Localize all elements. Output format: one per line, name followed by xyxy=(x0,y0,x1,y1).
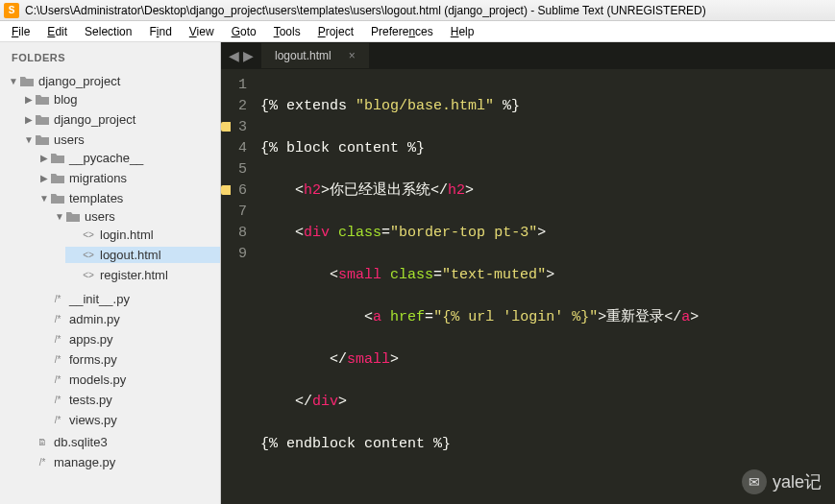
menu-goto[interactable]: Goto xyxy=(224,23,264,40)
line-number: 7 xyxy=(238,202,247,223)
menu-selection[interactable]: Selection xyxy=(77,23,139,40)
tree-file-apps[interactable]: /*apps.py xyxy=(35,331,220,348)
tree-label: register.html xyxy=(100,268,168,282)
tree-label: login.html xyxy=(100,228,154,242)
tree-file-logout[interactable]: <>logout.html xyxy=(65,247,220,263)
line-number: 2 xyxy=(238,96,247,117)
tree-file-manage[interactable]: /*manage.py xyxy=(19,454,220,470)
html-file-icon: <> xyxy=(81,270,96,280)
chevron-right-icon: ▶ xyxy=(23,114,35,125)
py-file-icon: /* xyxy=(50,354,65,365)
chevron-right-icon: ▶ xyxy=(23,94,35,105)
tree-file-login[interactable]: <>login.html xyxy=(65,227,220,243)
chevron-down-icon: ▼ xyxy=(8,76,19,86)
tree-file-tests[interactable]: /*tests.py xyxy=(35,392,220,408)
tree-label: models.py xyxy=(69,372,126,387)
html-file-icon: <> xyxy=(81,229,96,240)
line-number: 8 xyxy=(238,223,247,244)
tree-file-views[interactable]: /*views.py xyxy=(35,412,220,428)
nav-forward-icon[interactable]: ▶ xyxy=(243,48,254,63)
tree-folder-users-inner[interactable]: ▼users xyxy=(50,208,220,225)
chevron-down-icon: ▼ xyxy=(54,211,65,222)
py-file-icon: /* xyxy=(50,415,65,425)
tree-folder-django-project[interactable]: ▶django_project xyxy=(19,111,220,128)
tree-label: migrations xyxy=(69,171,127,185)
folder-icon xyxy=(35,134,50,145)
menu-file[interactable]: File xyxy=(4,23,37,40)
chevron-right-icon: ▶ xyxy=(38,153,50,163)
py-file-icon: /* xyxy=(50,374,65,385)
folder-icon xyxy=(19,76,35,86)
line-number: 4 xyxy=(238,138,247,159)
tree-file-register[interactable]: <>register.html xyxy=(65,267,220,283)
tree-file-forms[interactable]: /*forms.py xyxy=(35,351,220,368)
watermark-text: yale记 xyxy=(773,470,822,493)
line-number: 9 xyxy=(238,244,247,265)
menu-preferences[interactable]: Preferences xyxy=(363,23,441,40)
py-file-icon: /* xyxy=(50,314,65,324)
tree-folder-users[interactable]: ▼users xyxy=(19,132,220,148)
gutter: 1 2 3 4 5 6 7 8 9 xyxy=(221,69,260,504)
py-file-icon: /* xyxy=(50,294,65,304)
tree-folder-migrations[interactable]: ▶migrations xyxy=(35,170,220,186)
py-file-icon: /* xyxy=(50,334,65,345)
chevron-down-icon: ▼ xyxy=(38,193,50,204)
tree-label: forms.py xyxy=(69,352,117,367)
titlebar: S C:\Users\Administrator\Desktop\django_… xyxy=(0,0,835,21)
nav-back-icon[interactable]: ◀ xyxy=(229,48,239,63)
menu-help[interactable]: Help xyxy=(443,23,482,40)
tree-label: db.sqlite3 xyxy=(54,435,108,449)
tree-label: logout.html xyxy=(100,248,161,262)
tree-label: apps.py xyxy=(69,332,113,347)
folder-icon xyxy=(35,94,50,105)
folder-icon xyxy=(50,153,65,163)
tree-label: admin.py xyxy=(69,312,120,326)
sidebar: FOLDERS ▼django_project ▶blog ▶django_pr… xyxy=(0,42,221,504)
tree-label: django_project xyxy=(54,112,135,127)
tree-file-admin[interactable]: /*admin.py xyxy=(35,311,220,327)
tree-label: views.py xyxy=(69,413,117,427)
folder-icon xyxy=(50,193,65,204)
chevron-right-icon: ▶ xyxy=(38,173,50,183)
folder-tree: ▼django_project ▶blog ▶django_project ▼u… xyxy=(4,71,220,474)
wechat-icon: ✉ xyxy=(742,469,767,494)
html-file-icon: <> xyxy=(81,250,96,260)
tree-label: users xyxy=(85,209,115,224)
tab-logout[interactable]: logout.html × xyxy=(261,43,370,68)
tree-folder-blog[interactable]: ▶blog xyxy=(19,91,220,108)
tree-folder-templates[interactable]: ▼templates xyxy=(35,190,220,206)
menu-tools[interactable]: Tools xyxy=(266,23,308,40)
tree-label: django_project xyxy=(38,74,120,88)
tree-file-models[interactable]: /*models.py xyxy=(35,372,220,388)
folder-icon xyxy=(35,114,50,125)
tree-file-init[interactable]: /*__init__.py xyxy=(35,291,220,307)
folder-icon xyxy=(50,173,65,183)
line-number: 1 xyxy=(238,75,247,96)
tree-folder-root[interactable]: ▼django_project xyxy=(4,73,220,89)
menubar: File Edit Selection Find View Goto Tools… xyxy=(0,21,835,42)
menu-edit[interactable]: Edit xyxy=(39,23,75,40)
menu-project[interactable]: Project xyxy=(310,23,361,40)
code-text[interactable]: {% extends "blog/base.html" %} {% block … xyxy=(260,69,699,504)
code-editor[interactable]: 1 2 3 4 5 6 7 8 9 {% extends "blog/base.… xyxy=(221,69,835,504)
window-title: C:\Users\Administrator\Desktop\django_pr… xyxy=(25,4,706,17)
tree-folder-pycache[interactable]: ▶__pycache__ xyxy=(35,150,220,166)
tree-file-dbsqlite[interactable]: 🗎db.sqlite3 xyxy=(19,434,220,450)
folder-icon xyxy=(65,211,81,222)
menu-view[interactable]: View xyxy=(182,23,222,40)
tree-label: blog xyxy=(54,92,78,107)
tree-label: users xyxy=(54,132,85,147)
line-number: 6 xyxy=(238,180,247,202)
menu-find[interactable]: Find xyxy=(141,23,179,40)
py-file-icon: /* xyxy=(50,395,65,405)
editor-area: ◀ ▶ logout.html × 1 2 3 4 5 6 7 8 9 {% e… xyxy=(221,42,835,504)
tree-label: __init__.py xyxy=(69,292,130,306)
tree-label: tests.py xyxy=(69,393,112,407)
watermark: ✉ yale记 xyxy=(742,469,822,494)
close-icon[interactable]: × xyxy=(349,49,356,62)
py-file-icon: /* xyxy=(35,457,50,468)
chevron-down-icon: ▼ xyxy=(23,134,35,145)
tab-label: logout.html xyxy=(275,49,332,62)
file-icon: 🗎 xyxy=(35,437,50,447)
line-number: 3 xyxy=(238,117,247,138)
